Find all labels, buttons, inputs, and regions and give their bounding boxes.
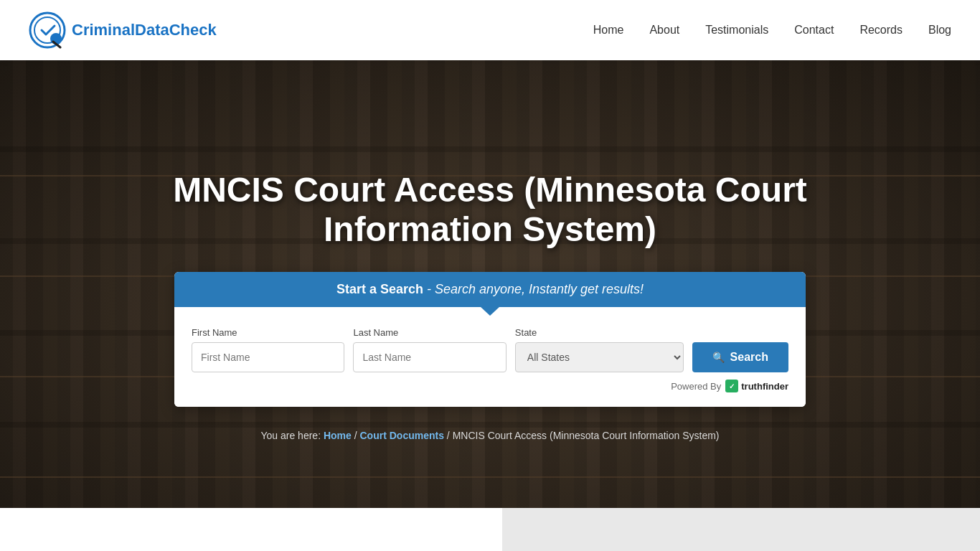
breadcrumb-current: MNCIS Court Access (Minnesota Court Info… bbox=[453, 430, 720, 441]
nav-contact[interactable]: Contact bbox=[794, 24, 834, 37]
nav-records[interactable]: Records bbox=[859, 24, 903, 37]
state-field-group: State All States Alabama Alaska Arizona … bbox=[515, 327, 684, 372]
last-name-label: Last Name bbox=[353, 327, 506, 338]
site-header: CriminalDataCheck Home About Testimonial… bbox=[0, 0, 980, 60]
nav-testimonials[interactable]: Testimonials bbox=[705, 24, 768, 37]
state-label: State bbox=[515, 327, 684, 338]
search-icon: 🔍 bbox=[712, 352, 725, 363]
truthfinder-logo: ✓ truthfinder bbox=[725, 380, 788, 392]
search-button[interactable]: 🔍 Search bbox=[692, 342, 788, 372]
breadcrumb: You are here: Home / Court Documents / M… bbox=[260, 430, 719, 441]
logo-text: CriminalDataCheck bbox=[72, 21, 217, 39]
search-banner-text: Start a Search - Search anyone, Instantl… bbox=[336, 282, 644, 296]
search-card-header: Start a Search - Search anyone, Instantl… bbox=[174, 272, 806, 307]
last-name-input[interactable] bbox=[353, 342, 506, 372]
logo[interactable]: CriminalDataCheck bbox=[29, 11, 217, 49]
nav-blog[interactable]: Blog bbox=[928, 24, 951, 37]
state-select[interactable]: All States Alabama Alaska Arizona Arkans… bbox=[515, 342, 684, 372]
logo-icon bbox=[29, 11, 66, 49]
search-fields: First Name Last Name State All States Al… bbox=[192, 327, 788, 372]
page-title: MNCIS Court Access (Minnesota Court Info… bbox=[167, 170, 813, 249]
bottom-section-inner bbox=[0, 508, 502, 551]
breadcrumb-court-docs[interactable]: Court Documents bbox=[360, 430, 444, 441]
first-name-label: First Name bbox=[192, 327, 344, 338]
first-name-field-group: First Name bbox=[192, 327, 344, 372]
first-name-input[interactable] bbox=[192, 342, 344, 372]
breadcrumb-home[interactable]: Home bbox=[324, 430, 352, 441]
powered-by: Powered By ✓ truthfinder bbox=[192, 380, 788, 392]
bottom-section bbox=[0, 508, 980, 551]
hero-section: MNCIS Court Access (Minnesota Court Info… bbox=[0, 60, 980, 551]
nav-about[interactable]: About bbox=[649, 24, 679, 37]
truthfinder-icon: ✓ bbox=[725, 380, 738, 392]
search-card: Start a Search - Search anyone, Instantl… bbox=[174, 272, 806, 407]
main-nav: Home About Testimonials Contact Records … bbox=[593, 24, 951, 37]
search-card-body: First Name Last Name State All States Al… bbox=[174, 307, 806, 407]
nav-home[interactable]: Home bbox=[593, 24, 624, 37]
last-name-field-group: Last Name bbox=[353, 327, 506, 372]
